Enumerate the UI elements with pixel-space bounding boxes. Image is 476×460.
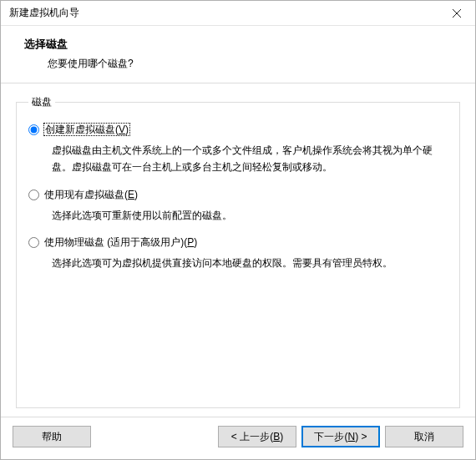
radio-use-physical-label: 使用物理磁盘 (适用于高级用户)(P) (44, 235, 197, 250)
cancel-button[interactable]: 取消 (385, 426, 463, 447)
option-use-existing-desc: 选择此选项可重新使用以前配置的磁盘。 (52, 207, 448, 224)
wizard-header: 选择磁盘 您要使用哪个磁盘? (1, 26, 475, 83)
footer-nav-buttons: < 上一步(B) 下一步(N) > 取消 (218, 426, 463, 447)
next-button[interactable]: 下一步(N) > (301, 426, 380, 447)
help-button[interactable]: 帮助 (13, 426, 91, 447)
option-create-new-desc: 虚拟磁盘由主机文件系统上的一个或多个文件组成，客户机操作系统会将其视为单个硬盘。… (52, 142, 448, 176)
window-title: 新建虚拟机向导 (9, 6, 79, 20)
option-create-new-disk[interactable]: 创建新虚拟磁盘(V) (28, 123, 448, 137)
footer: 帮助 < 上一步(B) 下一步(N) > 取消 (1, 417, 475, 459)
titlebar: 新建虚拟机向导 (1, 1, 475, 26)
radio-use-existing[interactable] (28, 190, 39, 200)
option-use-physical-desc: 选择此选项可为虚拟机提供直接访问本地硬盘的权限。需要具有管理员特权。 (52, 255, 448, 271)
radio-create-new[interactable] (28, 124, 39, 135)
option-use-existing-disk[interactable]: 使用现有虚拟磁盘(E) (28, 188, 448, 202)
disk-groupbox: 磁盘 创建新虚拟磁盘(V) 虚拟磁盘由主机文件系统上的一个或多个文件组成，客户机… (16, 95, 460, 408)
radio-create-new-label: 创建新虚拟磁盘(V) (44, 123, 129, 137)
content-area: 磁盘 创建新虚拟磁盘(V) 虚拟磁盘由主机文件系统上的一个或多个文件组成，客户机… (1, 83, 475, 417)
close-icon (453, 9, 461, 18)
radio-use-existing-label: 使用现有虚拟磁盘(E) (44, 188, 138, 202)
disk-groupbox-legend: 磁盘 (28, 95, 55, 109)
page-subtitle: 您要使用哪个磁盘? (48, 57, 452, 71)
back-button[interactable]: < 上一步(B) (218, 426, 296, 447)
page-title: 选择磁盘 (24, 38, 452, 52)
radio-use-physical[interactable] (28, 237, 39, 248)
close-button[interactable] (438, 1, 475, 26)
option-use-physical-disk[interactable]: 使用物理磁盘 (适用于高级用户)(P) (28, 235, 448, 250)
